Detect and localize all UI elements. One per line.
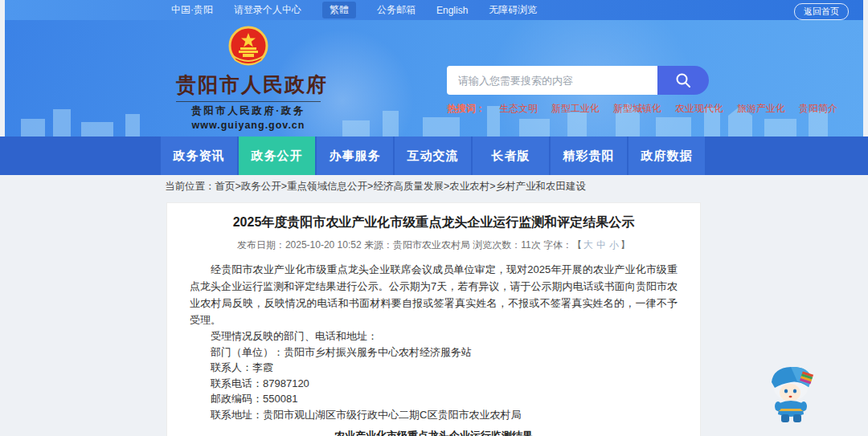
- hot-word-guiyang-intro[interactable]: 贵阳简介: [799, 102, 837, 116]
- article-paragraph: 经贵阳市农业产业化市级重点龙头企业联席会议成员单位审定，现对2025年开展的农业…: [190, 261, 678, 328]
- nav-item-gov-data[interactable]: 政府数据: [628, 137, 705, 175]
- hot-search-label: 热搜词：: [447, 102, 485, 116]
- nav-item-news[interactable]: 政务资讯: [161, 137, 237, 175]
- topbar-link-china-guiyang[interactable]: 中国·贵阳: [171, 3, 213, 17]
- topbar-link-english[interactable]: English: [436, 5, 468, 16]
- hot-search-row: 热搜词： 生态文明 新型工业化 新型城镇化 农业现代化 旅游产业化 贵阳简介: [447, 102, 709, 116]
- site-url: www.guiyang.gov.cn: [176, 120, 321, 131]
- topbar-link-traditional-chinese[interactable]: 繁體: [322, 2, 356, 18]
- contact-phone-line: 联系电话：87987120: [190, 376, 678, 392]
- site-header-banner: 贵阳市人民政府 贵阳市人民政府·政务 www.guiyang.gov.cn 热搜…: [5, 20, 863, 137]
- cityscape-graphic: [5, 98, 863, 137]
- site-subtitle-divider: 贵阳市人民政府·政务: [176, 101, 321, 118]
- contact-address-line: 联系地址：贵阳市观山湖区市级行政中心二期C区贵阳市农业农村局: [190, 407, 678, 423]
- topbar-link-login-personal-center[interactable]: 请登录个人中心: [234, 3, 301, 17]
- breadcrumb: 当前位置：首页>政务公开>重点领域信息公开>经济高质量发展>农业农村>乡村产业和…: [165, 180, 586, 194]
- topbar-link-accessibility[interactable]: 无障碍浏览: [489, 3, 537, 17]
- hot-word-tourism[interactable]: 旅游产业化: [737, 102, 785, 116]
- nav-item-senior-version[interactable]: 长者版: [473, 137, 549, 175]
- nav-item-wonderful-guiyang[interactable]: 精彩贵阳: [551, 137, 627, 175]
- page: 中国·贵阳 请登录个人中心 繁體 公务邮箱 English 无障碍浏览 返回首页: [0, 0, 868, 436]
- article-meta: 发布日期：2025-10-20 10:52 来源：贵阳市农业农村局 浏览次数：1…: [190, 238, 678, 252]
- breadcrumb-label: 当前位置：: [165, 181, 215, 192]
- topbar-links: 中国·贵阳 请登录个人中心 繁體 公务邮箱 English 无障碍浏览: [171, 2, 537, 18]
- search-icon: [674, 71, 692, 89]
- article-title: 2025年度贵阳市农业产业化市级重点龙头企业运行监测和评定结果公示: [190, 214, 678, 231]
- contact-person-line: 联系人：李霞: [190, 360, 678, 376]
- nav-item-interaction[interactable]: 互动交流: [395, 137, 471, 175]
- hot-word-agriculture-modernization[interactable]: 农业现代化: [675, 102, 723, 116]
- national-emblem-icon: [226, 25, 271, 70]
- main-navigation: 政务资讯 政务公开 办事服务 互动交流 长者版 精彩贵阳 政府数据: [0, 137, 868, 175]
- font-size-medium-button[interactable]: 中: [596, 239, 606, 251]
- hot-word-urbanization[interactable]: 新型城镇化: [613, 102, 661, 116]
- breadcrumb-path[interactable]: 首页>政务公开>重点领域信息公开>经济高质量发展>农业农村>乡村产业和农田建设: [215, 181, 587, 192]
- search-input[interactable]: [447, 66, 657, 95]
- contact-postcode-line: 邮政编码：550081: [190, 391, 678, 407]
- top-utility-bar: 中国·贵阳 请登录个人中心 繁體 公务邮箱 English 无障碍浏览 返回首页: [5, 0, 863, 20]
- site-name: 贵阳市人民政府: [176, 71, 321, 98]
- article-panel: 2025年度贵阳市农业产业化市级重点龙头企业运行监测和评定结果公示 发布日期：2…: [166, 202, 701, 436]
- contact-intro-line: 受理情况反映的部门、电话和地址：: [190, 328, 678, 344]
- site-logo-block: 贵阳市人民政府 贵阳市人民政府·政务 www.guiyang.gov.cn: [176, 25, 321, 131]
- back-to-home-button[interactable]: 返回首页: [794, 3, 849, 20]
- result-table-caption: 农业产业化市级重点龙头企业运行监测结果: [190, 429, 678, 436]
- search-button[interactable]: [657, 66, 709, 95]
- nav-item-services[interactable]: 办事服务: [317, 137, 393, 175]
- font-size-small-button[interactable]: 小: [609, 239, 619, 251]
- nav-item-gov-disclosure[interactable]: 政务公开: [239, 137, 315, 175]
- hot-word-ecology[interactable]: 生态文明: [499, 102, 538, 116]
- article-meta-suffix: 】: [620, 239, 630, 251]
- font-size-large-button[interactable]: 大: [583, 239, 593, 251]
- site-subtitle: 贵阳市人民政府·政务: [176, 104, 321, 118]
- mascot-assistant-button[interactable]: [762, 361, 821, 427]
- hot-word-industrialization[interactable]: 新型工业化: [551, 102, 600, 116]
- topbar-link-official-mail[interactable]: 公务邮箱: [377, 3, 416, 17]
- contact-department-line: 部门（单位）：贵阳市乡村振兴服务中心农村经济服务站: [190, 344, 678, 361]
- search-area: 热搜词： 生态文明 新型工业化 新型城镇化 农业现代化 旅游产业化 贵阳简介: [447, 66, 709, 116]
- article-meta-text: 发布日期：2025-10-20 10:52 来源：贵阳市农业农村局 浏览次数：1…: [237, 239, 582, 251]
